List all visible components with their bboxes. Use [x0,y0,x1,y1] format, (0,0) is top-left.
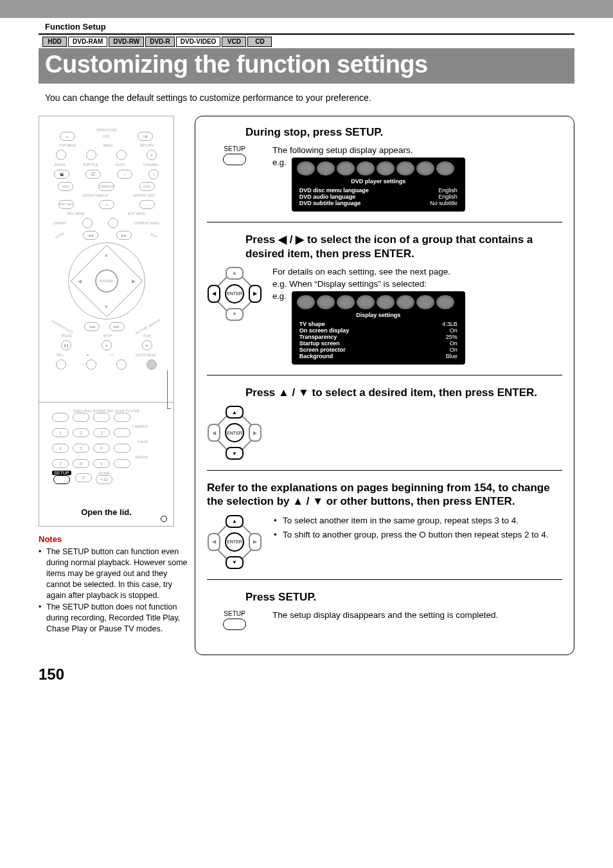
media-category-row: HDD DVD-RAM DVD-RW DVD-R DVD-VIDEO VCD C… [39,35,574,47]
step3-heading: Press ▲ / ▼ to select a desired item, th… [245,386,562,399]
step4-heading: Refer to the explanations on pages begin… [207,481,562,509]
enter-center-3: ENTER [225,423,244,442]
function-setup-header: Function Setup [39,18,574,35]
rec-menu-label: REC MENU [67,212,85,215]
osd2-r6v: Blue [446,353,458,359]
lid-indicator-icon [161,516,167,522]
notes-heading: Notes [39,534,190,544]
enter-center-2: ENTER [225,284,244,303]
osd1-r3v: No subtitle [430,200,458,206]
step2-sub1: For details on each setting, see the nex… [272,267,562,276]
osd2-title: Display settings [297,312,460,318]
slow-label: SLOW [55,231,65,240]
step4-bullet1: To select another item in the same group… [272,515,562,527]
osd1-title: DVD player settings [297,178,460,185]
setup-btn-remote [53,475,70,484]
setup-btn-label: SETUP [224,145,245,152]
plus10-btn: +10 [96,475,112,484]
return-label: RETURN [140,143,154,147]
osd2-r2k: On screen display [299,327,350,334]
stop-label: STOP [103,334,112,338]
page-number: 150 [0,655,613,683]
osd1-r1v: English [438,187,458,194]
remote-illustration: OPEN/CLOSE ▲DVDI/⏻ TOP MENUMENURETURN ∧ … [39,116,174,402]
osd2-r1v: 4:3LB [442,321,458,327]
step2-heading: Press ◀ / ▶ to select the icon of a grou… [245,233,562,260]
o-label: O [111,353,113,357]
osd2-r2v: On [450,327,458,334]
cat-cd: CD [247,37,272,47]
enter-pad-lr: ▲ ▼ ◀ ▶ ENTER [208,267,262,321]
star-label: ★ [86,353,89,357]
edit-menu-label: EDIT MENU [128,212,145,215]
skip-label: SKIP [150,232,158,239]
hdd-btn: HDD [58,182,73,191]
osd2-r3k: Transparency [299,334,337,340]
pause-label: PAUSE [61,334,72,338]
step5-heading: Press SETUP. [245,590,562,604]
cat-dvd-r: DVD-R [145,37,175,47]
osd2-r4k: Startup screen [299,340,340,347]
content-menu-label: CONTENT MENU [134,221,159,225]
osd1-r2v: English [438,194,458,200]
osd-dvd-player-settings: DVD player settings DVD disc menu langua… [292,158,465,212]
steps-panel: During stop, press SETUP. SETUP The foll… [195,116,574,655]
angle-label: ANGLE [55,163,66,167]
osd2-r1k: TV shape [299,321,325,327]
rec-label: REC [57,353,64,357]
top-grey-bar [0,0,613,18]
top-menu-label: TOP MENU [59,143,76,147]
audio-label: AUDIO [116,163,126,167]
setup-label-remote: SETUP [52,471,71,475]
enter-pad-ud: ▲ ▼ ◀ ▶ ENTER [208,406,262,460]
osd2-r5v: On [450,347,458,353]
osd1-r3k: DVD subtitle language [299,200,361,206]
osd2-r5k: Screen protector [299,347,346,353]
intro-text: You can change the default settings to c… [39,84,574,116]
enter-btn: ENTER [95,269,118,293]
osd1-r1k: DVD disc menu language [299,187,369,194]
instant-replay-label: INSTANT REPLAY [82,194,109,197]
osd1-r2k: DVD audio language [299,194,356,200]
page-title: Customizing the function settings [45,51,568,78]
step4-bullet2: To shift to another group, press the O b… [272,529,562,541]
dvd-label: DVD [103,134,110,138]
cat-dvd-rw: DVD-RW [109,37,144,47]
note-2: The SETUP button does not function durin… [39,602,190,635]
menu-label: MENU [103,143,113,147]
dpad: ▲▼◀▶ ENTER [68,242,145,320]
notes-section: Notes The SETUP button can function even… [39,534,190,636]
setup-button-icon-2: SETUP [223,610,246,630]
enter-center-4: ENTER [225,532,244,552]
osd2-r4v: On [450,340,458,347]
tv-code-label: TV CODE [125,409,139,413]
dvd-btn: DVD [139,182,155,191]
eg-label-1: e.g. [272,158,287,167]
setup-button-icon: SETUP [223,145,246,165]
remote-lid: VIDEO Plus+ EXTEND REC MODE TV CODE T.SE… [39,402,174,527]
step1-sub: The following setup display appears. [272,145,562,155]
enter-pad-ud-2: ▲ ▼ ◀ ▶ ENTER [208,515,262,569]
timeslip-btn: TIMESLIP [98,182,114,191]
step2-sub2: e.g. When “Display settings” is selected… [272,279,562,289]
cat-dvd-video: DVD-VIDEO [176,37,221,47]
picture-search-label: PICTURE SEARCH [135,318,161,335]
osd2-r6k: Background [299,353,333,359]
function-setup-label: Function Setup [45,22,106,32]
eg-label-2: e.g. [272,291,287,301]
open-lid-label: Open the lid. [46,507,167,517]
enter-label-remote: ENTER [99,471,110,475]
cat-dvd-ram: DVD-RAM [68,37,107,47]
step5-sub: The setup display disappears and the set… [272,610,562,620]
step1-heading: During stop, press SETUP. [245,125,562,139]
setup-btn-label-2: SETUP [224,610,245,617]
library-label: LIBRARY [53,221,67,225]
cat-hdd: HDD [42,37,67,47]
title-band: Customizing the function settings [39,48,574,84]
osd-display-settings: Display settings TV shape4:3LB On screen… [292,291,465,365]
channel-label: CHANNEL [143,163,159,167]
osd2-r3v: 25% [446,334,458,340]
note-1: The SETUP button can function even durin… [39,547,190,601]
cat-vcd: VCD [222,37,246,47]
play-label: PLAY [143,334,151,338]
